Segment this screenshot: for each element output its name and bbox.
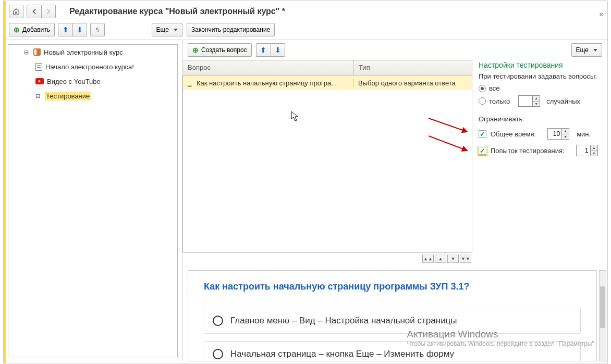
radio-icon xyxy=(213,349,223,359)
question-row[interactable]: ⊟Как настроить начальную страницу програ… xyxy=(183,76,472,90)
left-more-button[interactable]: Еще xyxy=(152,23,182,36)
scroll-end-button[interactable]: ▼▼ xyxy=(460,255,471,263)
scroll-down-button[interactable]: ▼ xyxy=(447,255,459,263)
finish-editing-label: Закончить редактирование xyxy=(191,26,270,33)
right-more-label: Еще xyxy=(576,46,589,54)
left-more-label: Еще xyxy=(156,26,169,33)
book-icon xyxy=(33,48,41,56)
create-question-button[interactable]: ⊕ Создать вопрос xyxy=(188,43,252,57)
chk-total-time[interactable]: ✓ xyxy=(479,130,486,138)
scroll-up-button[interactable]: ▲ xyxy=(435,255,446,263)
forward-button[interactable] xyxy=(41,5,56,18)
attempts-label: Попыток тестирования: xyxy=(491,147,565,155)
chk-attempts[interactable]: ✓ xyxy=(479,147,486,155)
preview-option-label: Главное меню – Вид – Настройка начальной… xyxy=(230,316,457,326)
col-type[interactable]: Тип xyxy=(353,60,472,75)
settings-heading: Настройки тестирования xyxy=(479,61,603,69)
add-label: Добавить xyxy=(22,26,50,33)
collapse-icon[interactable]: ⊟ xyxy=(35,93,42,99)
questions-grid[interactable]: ⊟Как настроить начальную страницу програ… xyxy=(182,76,472,253)
total-time-label: Общее время: xyxy=(491,130,536,138)
arrow-up-icon: ⬆ xyxy=(63,26,69,34)
type-cell: Выбор одного варианта ответа xyxy=(354,79,472,87)
settings-subtitle: При тестировании задавать вопросы: xyxy=(479,72,603,80)
tree-item-label: Начало электронного курса! xyxy=(45,63,134,71)
home-icon xyxy=(13,8,20,15)
home-button[interactable] xyxy=(9,5,23,18)
collapse-icon[interactable]: ⊟ xyxy=(24,49,30,56)
tree-root[interactable]: ⊟ Новый электронный курс xyxy=(8,45,177,59)
collapse-icon[interactable]: ⊟ xyxy=(187,83,193,87)
arrow-right-icon xyxy=(45,8,52,15)
preview-question: Как настроить начальную страницу програм… xyxy=(204,281,581,292)
random-suffix: случайных xyxy=(546,97,580,105)
tree-item-start[interactable]: Начало электронного курса! xyxy=(8,59,177,74)
add-button[interactable]: ⊕ Добавить xyxy=(9,23,55,36)
col-question[interactable]: Вопрос xyxy=(182,60,353,75)
arrow-left-icon xyxy=(31,8,38,15)
limit-label: Ограничивать: xyxy=(479,115,603,123)
course-tree[interactable]: ⊟ Новый электронный курс Начало электрон… xyxy=(8,44,178,357)
radio-only[interactable] xyxy=(479,97,486,105)
tree-item-label: Видео с YouTube xyxy=(47,78,101,85)
arrow-down-icon: ⬇ xyxy=(275,46,281,54)
radio-only-label: только xyxy=(489,97,510,105)
plus-icon: ⊕ xyxy=(14,26,20,33)
tree-item-testing[interactable]: ⊟ Тестирование xyxy=(8,89,177,103)
attempts-input[interactable] xyxy=(576,145,591,156)
total-time-spinner[interactable]: ▲▼ xyxy=(562,128,569,140)
attempts-spinner[interactable]: ▲▼ xyxy=(591,145,598,156)
finish-editing-button[interactable]: Закончить редактирование xyxy=(187,23,275,36)
right-more-button[interactable]: Еще xyxy=(571,43,602,57)
question-down-button[interactable]: ⬇ xyxy=(271,43,285,57)
min-suffix: мин. xyxy=(577,130,591,138)
preview-scrollbar[interactable] xyxy=(599,270,606,361)
page-title: Редактирование курса "Новый электронный … xyxy=(69,7,602,16)
back-button[interactable] xyxy=(27,5,41,18)
total-time-input[interactable] xyxy=(547,128,562,140)
question-up-button[interactable]: ⬆ xyxy=(256,43,271,57)
scroll-home-button[interactable]: ▲▲ xyxy=(422,255,434,263)
youtube-icon xyxy=(35,78,44,84)
random-count-input[interactable] xyxy=(518,95,533,107)
tree-item-youtube[interactable]: Видео с YouTube xyxy=(8,74,177,89)
preview-option-1[interactable]: Главное меню – Вид – Настройка начальной… xyxy=(204,308,581,334)
preview-option-label: Начальная страница – кнопка Еще – Измени… xyxy=(230,349,454,359)
preview-option-2[interactable]: Начальная страница – кнопка Еще – Измени… xyxy=(204,341,581,361)
radio-icon xyxy=(213,316,223,326)
page-icon xyxy=(35,63,42,71)
radio-all[interactable] xyxy=(479,85,486,92)
move-down-button[interactable]: ⬇ xyxy=(72,23,87,36)
plus-icon: ⊕ xyxy=(192,46,199,54)
random-count-spinner[interactable]: ▲▼ xyxy=(533,95,540,107)
close-button[interactable]: × xyxy=(599,10,603,18)
move-up-button[interactable]: ⬆ xyxy=(58,23,72,36)
link-button[interactable] xyxy=(90,23,105,36)
link-icon xyxy=(94,26,101,33)
radio-all-label: все xyxy=(489,84,500,92)
arrow-down-icon: ⬇ xyxy=(77,26,83,34)
create-question-label: Создать вопрос xyxy=(201,46,247,54)
arrow-up-icon: ⬆ xyxy=(260,46,266,54)
question-preview: Как настроить начальную страницу програм… xyxy=(188,270,597,361)
tree-root-label: Новый электронный курс xyxy=(44,48,123,56)
question-cell: Как настроить начальную страницу програ.… xyxy=(197,79,337,87)
tree-item-label: Тестирование xyxy=(45,92,91,101)
